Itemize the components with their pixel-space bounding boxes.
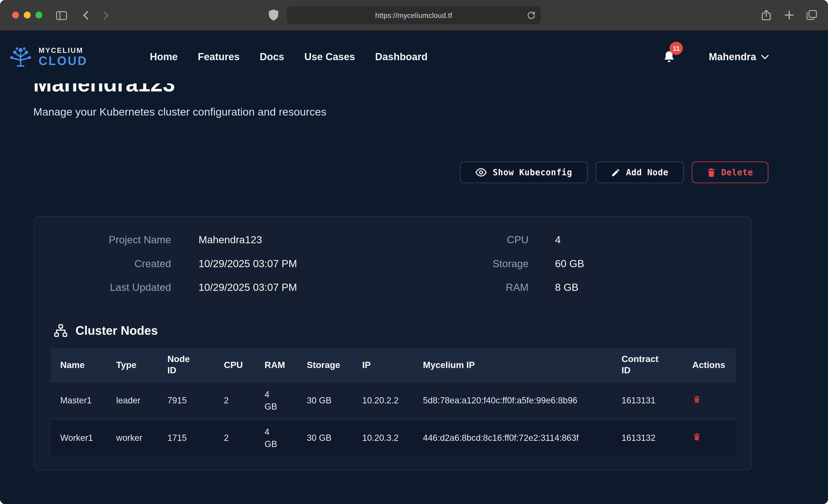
project-details-right: CPU 4 Storage 60 GB RAM 8 GB: [450, 228, 584, 299]
traffic-lights: [12, 12, 42, 18]
add-node-button[interactable]: Add Node: [595, 162, 684, 183]
brand-bottom-label: CLOUD: [39, 55, 88, 67]
add-node-label: Add Node: [626, 167, 668, 177]
trash-icon: [707, 168, 715, 177]
detail-label: Created: [34, 252, 171, 276]
web-page: MYCELIUM CLOUD Home Features Docs Use Ca…: [0, 31, 828, 504]
col-header-mycelium-ip: Mycelium IP: [413, 348, 612, 382]
col-header-type: Type: [107, 348, 158, 382]
cell-storage: 30 GB: [297, 419, 353, 456]
cell-storage: 30 GB: [297, 382, 353, 419]
sidebar-toggle-icon[interactable]: [55, 9, 68, 22]
nav-link-dashboard[interactable]: Dashboard: [375, 51, 427, 63]
forward-icon[interactable]: [99, 9, 112, 22]
col-header-ram: RAM: [255, 348, 297, 382]
nav-link-docs[interactable]: Docs: [260, 51, 284, 63]
trash-icon: [693, 433, 700, 441]
url-text: https://myceliumcloud.tf: [375, 11, 452, 19]
nav-link-features[interactable]: Features: [198, 51, 240, 63]
brand-top-label: MYCELIUM: [39, 47, 88, 54]
cell-cpu: 2: [214, 419, 255, 456]
browser-chrome: https://myceliumcloud.tf: [0, 0, 828, 31]
scale-wrapper: https://myceliumcloud.tf: [0, 0, 828, 504]
trash-icon: [693, 395, 700, 403]
col-header-ip: IP: [353, 348, 413, 382]
cell-node-id: 7915: [158, 382, 214, 419]
delete-label: Delete: [721, 167, 753, 177]
nav-links: Home Features Docs Use Cases Dashboard: [150, 51, 427, 63]
nav-right: 11 Mahendra: [662, 50, 828, 64]
col-header-cpu: CPU: [214, 348, 255, 382]
cluster-nodes-title: Cluster Nodes: [76, 324, 158, 338]
page-subtitle: Manage your Kubernetes cluster configura…: [33, 106, 795, 118]
hierarchy-icon: [53, 324, 68, 338]
col-header-name: Name: [51, 348, 107, 382]
cell-ip: 10.20.2.2: [353, 382, 413, 419]
cell-node-id: 1715: [158, 419, 214, 456]
detail-value: 8 GB: [555, 276, 584, 299]
close-window-button[interactable]: [12, 12, 19, 18]
share-icon[interactable]: [760, 9, 772, 21]
nav-link-use-cases[interactable]: Use Cases: [304, 51, 355, 63]
cell-actions: [683, 382, 736, 419]
cell-ip: 10.20.3.2: [353, 419, 413, 456]
table-header-row: Name Type Node ID CPU RAM Storage IP Myc…: [51, 348, 736, 382]
nav-link-home[interactable]: Home: [150, 51, 178, 63]
cell-type: worker: [107, 419, 158, 456]
cell-name: Worker1: [51, 419, 107, 456]
col-header-node-id: Node ID: [158, 348, 214, 382]
detail-value: 10/29/2025 03:07 PM: [199, 276, 297, 299]
address-bar[interactable]: https://myceliumcloud.tf: [287, 6, 541, 24]
cell-mycelium-ip: 446:d2a6:8bcd:8c16:ff0f:72e2:3114:863f: [413, 419, 612, 456]
brand-logo[interactable]: MYCELIUM CLOUD: [8, 46, 87, 68]
browser-window: https://myceliumcloud.tf: [0, 0, 828, 504]
cell-type: leader: [107, 382, 158, 419]
cell-cpu: 2: [214, 382, 255, 419]
cell-contract-id: 1613131: [612, 382, 683, 419]
nodes-table-wrapper: Name Type Node ID CPU RAM Storage IP Myc…: [51, 348, 735, 457]
cluster-actions: Show Kubeconfig Add Node Delete: [33, 162, 769, 183]
cell-name: Master1: [51, 382, 107, 419]
chrome-right-buttons: [760, 9, 818, 21]
privacy-shield-icon[interactable]: [267, 8, 280, 21]
detail-value: 10/29/2025 03:07 PM: [199, 252, 297, 276]
detail-value: 60 GB: [555, 252, 584, 276]
notifications-button[interactable]: 11: [662, 50, 676, 64]
delete-cluster-button[interactable]: Delete: [692, 162, 769, 183]
detail-label: Last Updated: [34, 276, 171, 299]
detail-label: CPU: [450, 228, 529, 252]
row-delete-button[interactable]: [693, 394, 701, 405]
chevron-down-icon: [761, 54, 769, 60]
detail-label: Project Name: [34, 228, 171, 252]
back-icon[interactable]: [79, 9, 92, 22]
table-row: Worker1 worker 1715 2 4 GB 30 GB 10.20.3…: [51, 419, 736, 456]
brand-text: MYCELIUM CLOUD: [39, 47, 88, 67]
col-header-actions: Actions: [683, 348, 736, 382]
eye-icon: [475, 168, 487, 177]
pencil-icon: [611, 168, 620, 177]
zoom-window-button[interactable]: [35, 12, 42, 18]
cell-mycelium-ip: 5d8:78ea:a120:f40c:ff0f:a5fe:99e6:8b96: [413, 382, 612, 419]
new-tab-icon[interactable]: [783, 9, 795, 21]
detail-value: Mahendra123: [199, 228, 297, 252]
main-content: Mahendra123 Manage your Kubernetes clust…: [0, 72, 828, 471]
tab-overview-icon[interactable]: [806, 9, 818, 21]
cell-actions: [683, 419, 736, 456]
table-row: Master1 leader 7915 2 4 GB 30 GB 10.20.2…: [51, 382, 736, 419]
row-delete-button[interactable]: [693, 432, 701, 442]
nodes-table: Name Type Node ID CPU RAM Storage IP Myc…: [51, 348, 736, 457]
minimize-window-button[interactable]: [24, 12, 31, 18]
top-navigation: MYCELIUM CLOUD Home Features Docs Use Ca…: [0, 31, 828, 83]
project-details-left: Project Name Mahendra123 Created 10/29/2…: [34, 228, 297, 299]
cluster-details-card: Project Name Mahendra123 Created 10/29/2…: [33, 216, 752, 471]
cell-ram: 4 GB: [255, 419, 297, 456]
cell-ram: 4 GB: [255, 382, 297, 419]
cluster-nodes-header: Cluster Nodes: [53, 324, 751, 338]
notification-count-badge: 11: [670, 42, 683, 55]
reload-icon[interactable]: [527, 10, 536, 20]
user-menu[interactable]: Mahendra: [709, 51, 769, 63]
show-kubeconfig-button[interactable]: Show Kubeconfig: [460, 162, 588, 183]
project-details: Project Name Mahendra123 Created 10/29/2…: [34, 228, 751, 299]
detail-label: RAM: [450, 276, 529, 299]
col-header-contract-id: Contract ID: [612, 348, 683, 382]
